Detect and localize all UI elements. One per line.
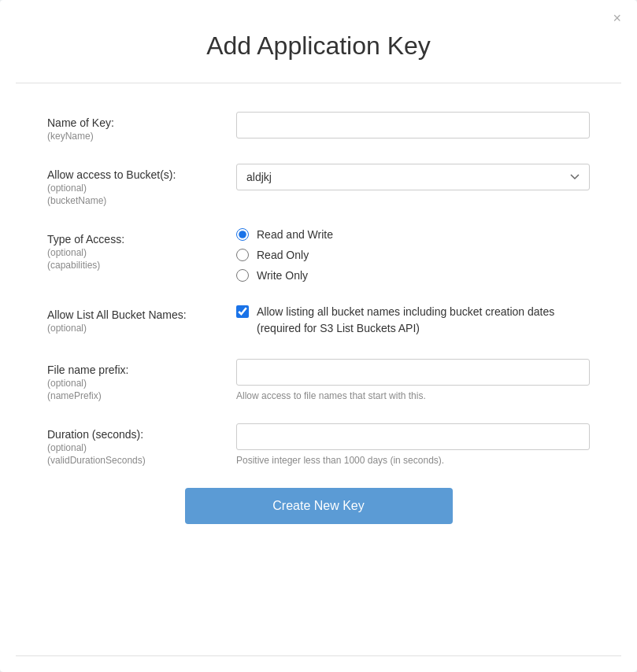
key-name-row: Name of Key: (keyName) [47, 112, 590, 142]
key-name-label-group: Name of Key: (keyName) [47, 112, 236, 142]
key-name-control [236, 112, 590, 138]
file-prefix-input[interactable] [236, 359, 590, 386]
duration-label-group: Duration (seconds): (optional) (validDur… [47, 423, 236, 466]
bucket-access-sublabel-optional: (optional) [47, 183, 236, 194]
radio-read-only[interactable]: Read Only [236, 249, 590, 261]
access-type-row: Type of Access: (optional) (capabilities… [47, 228, 590, 282]
radio-read-only-input[interactable] [236, 249, 249, 261]
access-type-label-group: Type of Access: (optional) (capabilities… [47, 228, 236, 271]
radio-write-only[interactable]: Write Only [236, 269, 590, 282]
list-buckets-checkbox[interactable] [236, 305, 249, 318]
key-name-input[interactable] [236, 112, 590, 138]
duration-input[interactable] [236, 423, 590, 450]
list-buckets-checkbox-area: Allow listing all bucket names including… [236, 304, 590, 337]
file-prefix-hint: Allow access to file names that start wi… [236, 390, 590, 401]
access-type-radio-group: Read and Write Read Only Write Only [236, 228, 590, 282]
duration-sublabel-optional: (optional) [47, 442, 236, 453]
bucket-access-label: Allow access to Bucket(s): [47, 168, 236, 181]
duration-sublabel-param: (validDurationSeconds) [47, 455, 236, 466]
bucket-access-sublabel-param: (bucketName) [47, 195, 236, 206]
bucket-access-row: Allow access to Bucket(s): (optional) (b… [47, 164, 590, 206]
radio-write-only-input[interactable] [236, 269, 249, 282]
duration-hint: Positive integer less than 1000 days (in… [236, 455, 590, 466]
create-key-button[interactable]: Create New Key [185, 488, 453, 524]
list-buckets-label: Allow List All Bucket Names: [47, 308, 236, 321]
radio-read-only-label: Read Only [257, 249, 309, 261]
list-buckets-sublabel-optional: (optional) [47, 323, 236, 334]
close-button[interactable]: × [613, 11, 621, 25]
access-type-sublabel-param: (capabilities) [47, 260, 236, 271]
radio-read-write-label: Read and Write [257, 228, 333, 241]
radio-read-write[interactable]: Read and Write [236, 228, 590, 241]
duration-label: Duration (seconds): [47, 428, 236, 441]
access-type-control: Read and Write Read Only Write Only [236, 228, 590, 282]
radio-write-only-label: Write Only [257, 269, 308, 282]
file-prefix-label-group: File name prefix: (optional) (namePrefix… [47, 359, 236, 401]
list-buckets-label-group: Allow List All Bucket Names: (optional) [47, 304, 236, 334]
list-buckets-row: Allow List All Bucket Names: (optional) … [47, 304, 590, 337]
file-prefix-sublabel-param: (namePrefix) [47, 390, 236, 401]
key-name-sublabel: (keyName) [47, 131, 236, 142]
access-type-label: Type of Access: [47, 233, 236, 246]
duration-row: Duration (seconds): (optional) (validDur… [47, 423, 590, 466]
file-prefix-label: File name prefix: [47, 364, 236, 376]
duration-control: Positive integer less than 1000 days (in… [236, 423, 590, 466]
bucket-select[interactable]: aldjkj [236, 164, 590, 190]
modal-body: Name of Key: (keyName) Allow access to B… [0, 83, 637, 655]
access-type-sublabel-optional: (optional) [47, 247, 236, 258]
bucket-access-label-group: Allow access to Bucket(s): (optional) (b… [47, 164, 236, 206]
list-buckets-checkbox-label: Allow listing all bucket names including… [257, 304, 590, 337]
modal-title: Add Application Key [0, 0, 637, 83]
modal-footer [0, 656, 637, 672]
key-name-label: Name of Key: [47, 116, 236, 129]
file-prefix-control: Allow access to file names that start wi… [236, 359, 590, 401]
list-buckets-control: Allow listing all bucket names including… [236, 304, 590, 337]
file-prefix-row: File name prefix: (optional) (namePrefix… [47, 359, 590, 401]
bucket-access-control: aldjkj [236, 164, 590, 190]
radio-read-write-input[interactable] [236, 228, 249, 241]
file-prefix-sublabel-optional: (optional) [47, 378, 236, 389]
modal-container: × Add Application Key Name of Key: (keyN… [0, 0, 637, 672]
